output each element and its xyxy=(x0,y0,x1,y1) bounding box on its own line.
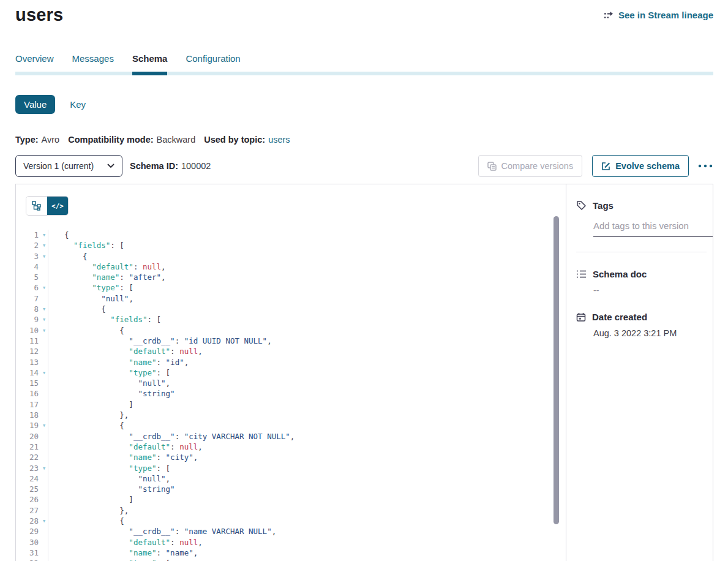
ellipsis-icon xyxy=(697,164,713,168)
line-number: 24 xyxy=(16,473,40,484)
schema-panel: </> 1▼{2▼ "fields": [3▼ {4 "default": nu… xyxy=(15,184,713,561)
more-options-button[interactable] xyxy=(697,164,713,168)
fold-arrow-icon[interactable]: ▼ xyxy=(43,371,45,375)
line-number: 22 xyxy=(16,452,40,462)
line-number: 13 xyxy=(16,357,40,367)
line-number: 3 xyxy=(16,251,40,262)
code-line: 32▼ "type": [ xyxy=(16,558,566,561)
line-number: 17 xyxy=(16,399,40,410)
code-line: 25 "string" xyxy=(16,484,566,494)
editor-scrollbar-thumb[interactable] xyxy=(554,216,559,524)
page-header: users See in Stream lineage xyxy=(15,5,713,25)
fold-arrow-icon[interactable]: ▼ xyxy=(43,466,45,471)
code-line: 9▼ "fields": [ xyxy=(16,314,566,325)
code-line: 27 }, xyxy=(16,505,566,516)
fold-arrow-icon[interactable]: ▼ xyxy=(43,423,45,428)
line-number: 31 xyxy=(16,548,40,558)
code-line: 30 "default": null, xyxy=(16,537,566,548)
value-button[interactable]: Value xyxy=(15,95,55,114)
code-line: 16 "string" xyxy=(16,388,566,399)
code-line: 10▼ { xyxy=(16,325,566,336)
line-number: 15 xyxy=(16,378,40,388)
line-number: 12 xyxy=(16,346,40,356)
line-number: 28 xyxy=(16,516,40,526)
fold-arrow-icon[interactable]: ▼ xyxy=(43,285,45,290)
tree-view-icon xyxy=(32,201,42,211)
compare-versions-icon xyxy=(487,162,497,171)
editor-view-toggle: </> xyxy=(26,196,69,216)
code-line: 5 "name": "after", xyxy=(16,272,566,282)
code-line: 17 ] xyxy=(16,399,566,410)
line-number: 5 xyxy=(16,272,40,282)
value-key-toggle: Value Key xyxy=(15,95,713,114)
line-number: 4 xyxy=(16,262,40,272)
schema-page: users See in Stream lineage Overview Mes… xyxy=(0,0,728,561)
schema-doc-header: Schema doc xyxy=(576,269,707,279)
key-button[interactable]: Key xyxy=(70,99,86,110)
topic-link[interactable]: users xyxy=(268,135,290,145)
code-line: 7 "null", xyxy=(16,293,566,304)
date-created-value: Aug. 3 2022 3:21 PM xyxy=(593,328,707,338)
code-line: 2▼ "fields": [ xyxy=(16,240,566,250)
schema-sidebar: Tags Schema doc -- xyxy=(566,184,713,561)
evolve-schema-button[interactable]: Evolve schema xyxy=(592,155,689,177)
code-line: 26 ] xyxy=(16,494,566,505)
fold-arrow-icon[interactable]: ▼ xyxy=(43,307,45,312)
code-line: 22 "name": "city", xyxy=(16,452,566,462)
code-line: 24 "null", xyxy=(16,473,566,484)
tab-configuration[interactable]: Configuration xyxy=(186,53,240,72)
code-line: 23▼ "type": [ xyxy=(16,463,566,473)
code-line: 18 }, xyxy=(16,410,566,420)
code-line: 12 "default": null, xyxy=(16,346,566,356)
fold-arrow-icon[interactable]: ▼ xyxy=(43,317,45,322)
line-number: 20 xyxy=(16,431,40,442)
line-number: 7 xyxy=(16,293,40,304)
see-in-stream-lineage-link[interactable]: See in Stream lineage xyxy=(604,10,713,20)
version-select[interactable]: Version 1 (current) xyxy=(15,155,122,177)
line-number: 8 xyxy=(16,304,40,314)
line-number: 26 xyxy=(16,494,40,505)
tab-overview[interactable]: Overview xyxy=(15,53,54,72)
code-line: 3▼ { xyxy=(16,251,566,262)
line-number: 19 xyxy=(16,420,40,431)
compare-versions-button[interactable]: Compare versions xyxy=(478,155,583,177)
code-line: 19▼ { xyxy=(16,420,566,431)
tab-messages[interactable]: Messages xyxy=(72,53,114,72)
code-editor[interactable]: 1▼{2▼ "fields": [3▼ {4 "default": null,5… xyxy=(16,230,566,561)
code-line: 28▼ { xyxy=(16,516,566,526)
line-number: 6 xyxy=(16,282,40,293)
code-view-button[interactable]: </> xyxy=(47,197,68,215)
line-number: 9 xyxy=(16,314,40,325)
fold-arrow-icon[interactable]: ▼ xyxy=(43,243,45,248)
line-number: 25 xyxy=(16,484,40,494)
tag-icon xyxy=(576,200,587,211)
code-line: 31 "name": "name", xyxy=(16,548,566,558)
line-number: 1 xyxy=(16,230,40,240)
fold-arrow-icon[interactable]: ▼ xyxy=(43,519,45,524)
type-value: Avro xyxy=(42,135,60,145)
fold-arrow-icon[interactable]: ▼ xyxy=(43,254,45,259)
code-line: 20 "__crdb__": "city VARCHAR NOT NULL", xyxy=(16,431,566,442)
fold-arrow-icon[interactable]: ▼ xyxy=(43,328,45,333)
stream-lineage-icon xyxy=(604,11,614,20)
compatibility-value: Backward xyxy=(157,135,196,145)
add-tags-input[interactable] xyxy=(593,220,713,237)
tab-underline xyxy=(15,72,713,75)
tags-header: Tags xyxy=(576,200,707,211)
edit-icon xyxy=(601,162,610,171)
code-line: 6▼ "type": [ xyxy=(16,282,566,293)
page-title: users xyxy=(15,5,63,25)
date-created-section: Date created Aug. 3 2022 3:21 PM xyxy=(576,312,707,338)
chevron-down-icon xyxy=(107,164,114,168)
line-number: 14 xyxy=(16,367,40,378)
used-by-topic-label: Used by topic: xyxy=(204,135,265,145)
doc-list-icon xyxy=(576,269,587,279)
code-line: 21 "default": null, xyxy=(16,442,566,452)
code-line: 4 "default": null, xyxy=(16,262,566,272)
line-number: 23 xyxy=(16,463,40,473)
code-line: 15 "null", xyxy=(16,378,566,388)
tree-view-button[interactable] xyxy=(26,197,47,215)
fold-arrow-icon[interactable]: ▼ xyxy=(43,233,45,238)
code-line: 13 "name": "id", xyxy=(16,357,566,367)
tab-schema[interactable]: Schema xyxy=(132,53,168,72)
